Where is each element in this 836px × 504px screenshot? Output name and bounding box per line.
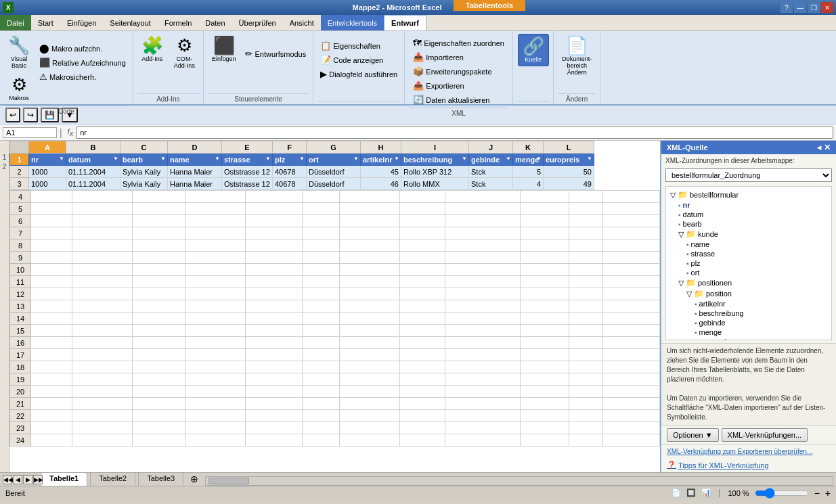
- cell-18-11[interactable]: [603, 361, 660, 373]
- cell-15-10[interactable]: [569, 325, 603, 337]
- header-cell-strasse[interactable]: strasse ▼: [222, 154, 273, 166]
- cell-18-10[interactable]: [569, 361, 603, 373]
- cell-24-10[interactable]: [569, 434, 603, 446]
- col-header-B[interactable]: B: [66, 141, 120, 154]
- cell-11-3[interactable]: [185, 276, 246, 288]
- cell-12-7[interactable]: [400, 288, 445, 300]
- cell-5-10[interactable]: [569, 203, 603, 215]
- menu-entwurf[interactable]: Entwurf: [384, 15, 426, 30]
- cell-13-10[interactable]: [569, 300, 603, 313]
- cell-23-8[interactable]: [445, 422, 520, 434]
- cell-22-8[interactable]: [445, 410, 520, 422]
- cell-15-11[interactable]: [603, 325, 660, 337]
- cell-22-10[interactable]: [569, 410, 603, 422]
- row-header-11[interactable]: 11: [10, 276, 31, 288]
- col-header-I[interactable]: I: [401, 141, 469, 154]
- ribbon-btn-dialogfeld[interactable]: ▶ Dialogfeld ausführen: [317, 68, 400, 81]
- cell-7-8[interactable]: [445, 227, 520, 239]
- tree-item-positionen[interactable]: ▽ 📁 positionen: [670, 277, 827, 288]
- ribbon-btn-eigenschaften[interactable]: 📋 Eigenschaften: [317, 39, 400, 52]
- cell-7-3[interactable]: [185, 227, 246, 239]
- cell-5-4[interactable]: [246, 203, 302, 215]
- cell-19-11[interactable]: [603, 373, 660, 386]
- col-header-H[interactable]: H: [361, 141, 401, 154]
- menu-ueberpruefen[interactable]: Überprüfen: [232, 15, 283, 30]
- cell-7-6[interactable]: [340, 227, 400, 239]
- cell-23-9[interactable]: [521, 422, 569, 434]
- cell-21-1[interactable]: [72, 398, 133, 410]
- col-header-F[interactable]: F: [273, 141, 307, 154]
- cell-22-5[interactable]: [302, 410, 340, 422]
- cell-8-2[interactable]: [133, 239, 185, 252]
- cell-4-7[interactable]: [400, 191, 445, 203]
- cell-4-5[interactable]: [302, 191, 340, 203]
- cell-12-10[interactable]: [569, 288, 603, 300]
- ribbon-btn-entwurfsmodus[interactable]: ✏ Entwurfsmodus: [242, 47, 309, 60]
- cell-16-11[interactable]: [603, 337, 660, 349]
- cell-B2[interactable]: 01.11.2004: [66, 166, 120, 178]
- cell-21-3[interactable]: [185, 398, 246, 410]
- row-header-24[interactable]: 24: [10, 434, 31, 446]
- ribbon-btn-importieren[interactable]: 📥 Importieren: [410, 51, 507, 64]
- cell-10-9[interactable]: [521, 264, 569, 276]
- cell-6-3[interactable]: [185, 215, 246, 227]
- zoom-in-btn[interactable]: +: [825, 488, 831, 499]
- cell-22-4[interactable]: [246, 410, 302, 422]
- cell-K3[interactable]: 4: [513, 178, 544, 190]
- cell-13-8[interactable]: [445, 300, 520, 313]
- cell-12-11[interactable]: [603, 288, 660, 300]
- tab-nav-next[interactable]: ▶: [23, 475, 32, 484]
- row-header-3[interactable]: 3: [10, 178, 29, 190]
- xml-zuordnung-dropdown[interactable]: bestellformular_Zuordnung: [665, 168, 832, 182]
- header-cell-name[interactable]: name ▼: [168, 154, 222, 166]
- cell-4-0[interactable]: [31, 191, 72, 203]
- cell-8-3[interactable]: [185, 239, 246, 252]
- cell-6-8[interactable]: [445, 215, 520, 227]
- cell-15-6[interactable]: [340, 325, 400, 337]
- cell-K2[interactable]: 5: [513, 166, 544, 178]
- dropdown-arrow-beschreibung[interactable]: ▼: [462, 156, 467, 162]
- cell-24-7[interactable]: [400, 434, 445, 446]
- horizontal-scrollbar[interactable]: [205, 476, 833, 486]
- dropdown-arrow-gebinde[interactable]: ▼: [506, 156, 511, 162]
- cell-22-2[interactable]: [133, 410, 185, 422]
- close-btn[interactable]: ✕: [821, 2, 833, 13]
- cell-13-1[interactable]: [72, 300, 133, 313]
- cell-9-11[interactable]: [603, 252, 660, 264]
- tree-item-nr[interactable]: ▪ nr: [670, 200, 827, 210]
- tree-item-datum[interactable]: ▪ datum: [670, 210, 827, 219]
- header-cell-menge[interactable]: menge ▼: [513, 154, 544, 166]
- cell-4-2[interactable]: [133, 191, 185, 203]
- xml-panel-collapse-btn[interactable]: ◂: [817, 143, 821, 152]
- cell-7-1[interactable]: [72, 227, 133, 239]
- cell-15-7[interactable]: [400, 325, 445, 337]
- cell-24-6[interactable]: [340, 434, 400, 446]
- header-cell-artikelnr[interactable]: artikelnr ▼: [361, 154, 401, 166]
- cell-22-1[interactable]: [72, 410, 133, 422]
- xml-optionen-btn[interactable]: Optionen ▼: [667, 428, 719, 442]
- cell-6-7[interactable]: [400, 215, 445, 227]
- cell-17-11[interactable]: [603, 349, 660, 361]
- cell-13-11[interactable]: [603, 300, 660, 313]
- cell-11-8[interactable]: [445, 276, 520, 288]
- cell-21-7[interactable]: [400, 398, 445, 410]
- cell-4-9[interactable]: [521, 191, 569, 203]
- cell-14-4[interactable]: [246, 313, 302, 325]
- col-header-C[interactable]: C: [120, 141, 168, 154]
- tree-item-strasse[interactable]: ▪ strasse: [670, 249, 827, 258]
- cell-4-6[interactable]: [340, 191, 400, 203]
- cell-15-9[interactable]: [521, 325, 569, 337]
- cell-24-0[interactable]: [31, 434, 72, 446]
- dropdown-arrow-datum[interactable]: ▼: [113, 156, 118, 162]
- row-level-indicator[interactable]: 1 2: [0, 141, 9, 472]
- cell-23-6[interactable]: [340, 422, 400, 434]
- dropdown-arrow-strasse[interactable]: ▼: [265, 156, 271, 162]
- cell-4-10[interactable]: [569, 191, 603, 203]
- cell-14-0[interactable]: [31, 313, 72, 325]
- cell-20-6[interactable]: [340, 386, 400, 398]
- cell-J2[interactable]: Stck: [469, 166, 513, 178]
- cell-15-4[interactable]: [246, 325, 302, 337]
- row-header-5[interactable]: 5: [10, 203, 31, 215]
- h-scrollbar-thumb[interactable]: [208, 478, 249, 484]
- ribbon-btn-erweiterungspakete[interactable]: 📦 Erweiterungspakete: [410, 65, 507, 78]
